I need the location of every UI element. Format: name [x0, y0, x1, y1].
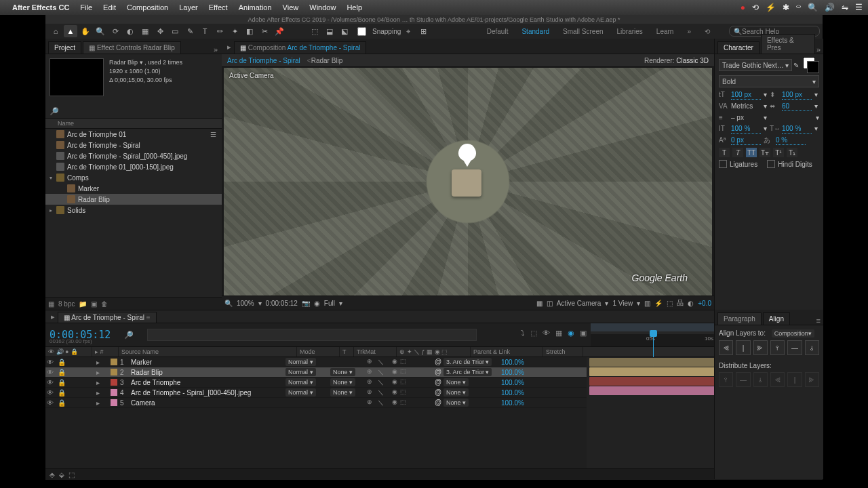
toggle-modes-icon[interactable]: ⬙ [59, 471, 64, 479]
rotate-tool[interactable]: ◐ [123, 25, 137, 37]
composition-viewer[interactable]: Active Camera Google Earth [222, 67, 714, 296]
snapshot-icon[interactable]: 📷 [302, 300, 310, 307]
menu-view[interactable]: View [283, 3, 299, 12]
breadcrumb-nested[interactable]: Radar Blip [311, 57, 343, 64]
paragraph-tab[interactable]: Paragraph [717, 312, 762, 325]
workspace-overflow-icon[interactable]: » [687, 28, 691, 35]
workspace-default[interactable]: Default [487, 28, 509, 35]
exposure-value[interactable]: +0.0 [698, 300, 711, 307]
layer-row[interactable]: 👁🔒▸5Camera⊕＼◉⬚@ None ▾100.0% [45, 398, 587, 408]
effects-presets-tab[interactable]: Effects & Pres [761, 34, 815, 54]
workspace-learn[interactable]: Learn [656, 28, 674, 35]
volume-icon[interactable]: 🔊 [825, 3, 835, 12]
fast-preview-icon[interactable]: ⚡ [654, 300, 663, 307]
orbit-tool[interactable]: ⟳ [108, 25, 122, 37]
hand-tool[interactable]: ✋ [79, 25, 92, 37]
baseline-field[interactable]: 0 px [731, 135, 761, 145]
puppet-tool[interactable]: 📌 [273, 25, 286, 37]
toggle-switches-icon[interactable]: ⬘ [50, 471, 55, 479]
pickwhip-icon[interactable]: @ [435, 388, 441, 396]
notification-icon[interactable]: ☰ [855, 3, 863, 12]
timeline-search[interactable] [147, 329, 477, 341]
eyedropper-icon[interactable]: ✎ [793, 62, 799, 69]
superscript-button[interactable]: T¹ [773, 148, 784, 157]
renderer-value[interactable]: Classic 3D [676, 57, 709, 64]
toggle-in-out-icon[interactable]: ⬚ [68, 471, 75, 479]
composition-tab[interactable]: ▦ Composition Arc de Triomphe - Spiral [234, 41, 366, 54]
camera-tool[interactable]: ▦ [138, 25, 152, 37]
workspace-standard[interactable]: Standard [521, 28, 549, 35]
font-size-field[interactable]: 100 px [731, 89, 761, 100]
all-caps-button[interactable]: TT [746, 148, 757, 157]
stroke-width-field[interactable]: – px [731, 113, 761, 122]
channel-icon[interactable]: ◉ [314, 300, 320, 307]
menu-edit[interactable]: Edit [103, 3, 116, 12]
lock-icon[interactable]: 🔒 [58, 369, 66, 376]
bpc-toggle[interactable]: 8 bpc [58, 300, 75, 308]
timeline-icon[interactable]: ⬚ [667, 300, 673, 307]
pickwhip-icon[interactable]: @ [435, 378, 441, 386]
hindi-digits-checkbox[interactable] [767, 160, 775, 168]
brush-tool[interactable]: ✏ [213, 25, 226, 37]
align-bottom-button[interactable]: ⫰ [805, 340, 819, 355]
record-icon[interactable]: ● [741, 3, 745, 12]
zoom-dropdown[interactable]: 100% [237, 300, 254, 307]
timeline-search-icon[interactable]: 🔎 [124, 331, 134, 340]
project-item[interactable]: Arc de Triomphe 01_[000-150].jpeg [45, 161, 222, 172]
project-item[interactable]: Arc de Triomphe - Spiral_[000-450].jpeg [45, 150, 222, 161]
lock-icon[interactable]: 🔒 [58, 359, 66, 366]
world-axis-icon[interactable]: ⬓ [323, 25, 336, 37]
lock-icon[interactable]: 🔒 [58, 389, 66, 396]
character-menu-icon[interactable]: » [816, 45, 821, 54]
workspace-reset-icon[interactable]: ⟲ [705, 28, 710, 35]
bluetooth-icon[interactable]: ✱ [783, 3, 789, 12]
project-list[interactable]: Arc de Triomphe 01☰Arc de Triomphe - Spi… [45, 129, 222, 297]
align-left-button[interactable]: ⫷ [719, 340, 733, 355]
align-tab[interactable]: Align [763, 312, 790, 325]
menu-animation[interactable]: Animation [239, 3, 272, 12]
project-item[interactable]: Marker [45, 183, 222, 194]
ligatures-checkbox[interactable] [719, 160, 727, 168]
small-caps-button[interactable]: Tᴛ [760, 148, 770, 157]
col-source-name[interactable]: Source Name [119, 347, 297, 357]
visibility-icon[interactable]: 👁 [47, 379, 54, 386]
align-vcenter-button[interactable]: — [787, 340, 802, 355]
delete-icon[interactable]: 🗑 [101, 300, 108, 308]
menu-window[interactable]: Window [309, 3, 336, 12]
lock-icon[interactable]: 🔒 [58, 379, 66, 386]
lock-icon[interactable]: 🔒 [58, 399, 66, 407]
spotlight-icon[interactable]: 🔍 [808, 3, 818, 12]
home-icon[interactable]: ⌂ [49, 25, 62, 37]
layer-row[interactable]: 👁🔒▸2Radar BlipNormal ▾None ▾⊕＼◉⬚@ 3. Arc… [45, 367, 587, 378]
align-hcenter-button[interactable]: | [736, 340, 750, 355]
new-folder-icon[interactable]: 📁 [79, 300, 87, 308]
resolution-dropdown[interactable]: Full [324, 300, 335, 307]
font-weight-dropdown[interactable]: Bold▾ [719, 75, 819, 87]
motion-blur-icon[interactable]: ◉ [568, 329, 574, 338]
subscript-button[interactable]: T₁ [787, 148, 797, 157]
stroke-style-dropdown[interactable]: ▾ [816, 114, 819, 121]
switch-icon[interactable]: ⇋ [842, 3, 848, 12]
flowchart-icon[interactable]: 品 [677, 298, 684, 308]
grid-icon[interactable]: ▦ [536, 300, 542, 307]
layer-row[interactable]: 👁🔒▸1MarkerNormal ▾⊕＼◉⬚@ 3. Arc de Trior … [45, 357, 587, 367]
visibility-icon[interactable]: 👁 [47, 359, 54, 366]
hscale-field[interactable]: 100 % [782, 123, 812, 134]
timeline-nav-icon[interactable]: ▸ [48, 311, 58, 323]
tracking-field[interactable]: 60 [782, 101, 812, 111]
panel-menu-icon[interactable]: » [214, 45, 218, 54]
exposure-reset-icon[interactable]: ◐ [688, 300, 694, 307]
vscale-field[interactable]: 100 % [731, 123, 761, 134]
rect-tool[interactable]: ▭ [168, 25, 182, 37]
selection-tool[interactable]: ▲ [64, 25, 77, 37]
hide-shy-icon[interactable]: 👁 [542, 329, 550, 338]
align-right-button[interactable]: ⫸ [753, 340, 768, 355]
align-to-dropdown[interactable]: Composition ▾ [772, 329, 814, 338]
project-item[interactable]: ▾Comps [45, 172, 222, 183]
comp-nav-icon[interactable]: ▸ [224, 41, 234, 54]
roto-tool[interactable]: ✂ [258, 25, 271, 37]
view-layout-dropdown[interactable]: 1 View [612, 300, 633, 307]
pickwhip-icon[interactable]: @ [435, 358, 441, 365]
pickwhip-icon[interactable]: @ [435, 399, 441, 406]
local-axis-icon[interactable]: ⬚ [308, 25, 321, 37]
